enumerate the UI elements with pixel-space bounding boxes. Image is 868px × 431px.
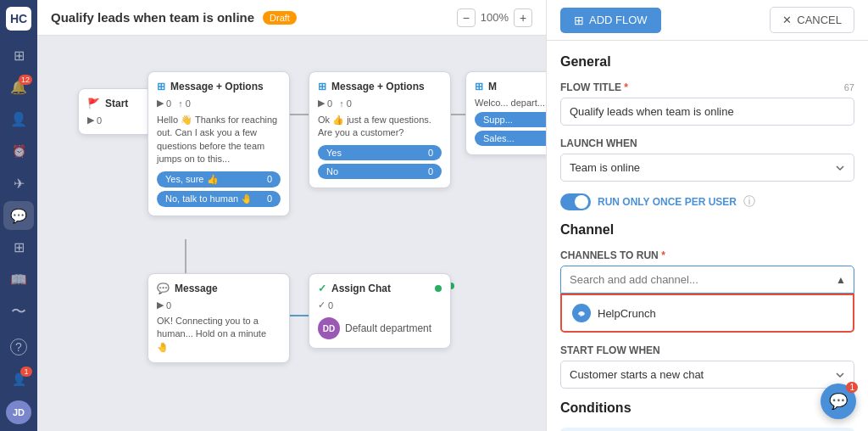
message-stat: ▶0 (157, 299, 281, 311)
toggle-knob (575, 195, 588, 209)
right-panel: ⊞ ADD FLOW ✕ CANCEL General FLOW TITLE *… (546, 0, 868, 431)
msg3-support-btn[interactable]: Supp...0 (475, 112, 546, 127)
sidebar-item-help[interactable]: ? (3, 333, 34, 361)
assign-label: Assign Chat (331, 283, 391, 294)
play-icon: ▶ (87, 115, 94, 126)
helpercrunch-icon (572, 304, 591, 322)
topbar: Qualify leads when team is online Draft … (37, 0, 546, 36)
general-section-title: General (560, 54, 854, 70)
add-flow-icon: ⊞ (574, 14, 584, 27)
sidebar-item-notifications[interactable]: 🔔 12 (3, 73, 34, 102)
home-icon: ⊞ (14, 48, 25, 64)
msg3-header: ⊞ M (475, 81, 546, 92)
flow-title-required: * (624, 81, 628, 93)
sidebar-item-clock[interactable]: ⏰ (3, 137, 34, 166)
cancel-x-icon: ✕ (782, 14, 792, 26)
run-once-toggle[interactable] (560, 193, 591, 210)
avatar[interactable]: JD (6, 400, 31, 424)
zoom-minus-button[interactable]: − (457, 8, 476, 27)
msg2-label: Message + Options (331, 81, 425, 92)
sidebar-item-chat[interactable]: 💬 (3, 201, 34, 230)
msg2-stats: ▶0 ↑0 (318, 98, 442, 109)
sidebar-item-home[interactable]: ⊞ (3, 41, 34, 70)
chat-widget[interactable]: 💬 1 (821, 383, 856, 419)
launch-when-group: LAUNCH WHEN Team is online (560, 137, 854, 182)
msg3-icon: ⊞ (475, 81, 483, 92)
notification-badge: 12 (19, 75, 32, 85)
msg1-stats: ▶0 ↑0 (157, 98, 281, 109)
assign-header: ✓ Assign Chat (318, 283, 442, 294)
add-flow-button[interactable]: ⊞ ADD FLOW (560, 8, 661, 33)
dept-avatar: DD (318, 317, 340, 339)
run-once-row: RUN ONLY ONCE PER USER ⓘ (560, 193, 854, 210)
msg1-label: Message + Options (170, 81, 264, 92)
channels-required: * (661, 249, 665, 261)
analytics-icon: 〜 (11, 301, 26, 322)
message-options-node-1[interactable]: ⊞ Message + Options ▶0 ↑0 Hello 👋 Thanks… (147, 71, 290, 216)
launch-when-select[interactable]: Team is online (560, 154, 854, 182)
channel-item-helpcrunch[interactable]: HelpCrunch (560, 294, 854, 333)
sidebar-item-contacts[interactable]: 👤 (3, 105, 34, 134)
channel-search-input[interactable] (560, 266, 854, 294)
flag-icon: 🚩 (87, 98, 100, 109)
sidebar-item-analytics[interactable]: 〜 (3, 298, 34, 327)
send-icon: ✈ (14, 176, 25, 192)
start-node-label: Start (105, 98, 128, 109)
conditions-section-title: Conditions (560, 400, 854, 416)
run-once-help-icon[interactable]: ⓘ (743, 194, 755, 210)
msg3-sales-btn[interactable]: Sales...0 (475, 131, 546, 146)
book-icon: 📖 (10, 271, 27, 288)
panel-content: General FLOW TITLE * 67 LAUNCH WHEN Team… (547, 41, 868, 431)
help-icon: ? (10, 339, 27, 355)
canvas-area: Qualify leads when team is online Draft … (37, 0, 546, 431)
assign-icon: ✓ (318, 283, 326, 294)
msg1-header: ⊞ Message + Options (157, 81, 281, 92)
start-flow-group: START FLOW WHEN Customer starts a new ch… (560, 344, 854, 389)
msg1-text: Hello 👋 Thanks for reaching out. Can I a… (157, 114, 281, 166)
chat-widget-icon: 💬 (829, 392, 848, 411)
flow-canvas[interactable]: 🚩 Start ▶ 0 ⊞ Message + Options ▶0 ↑0 He… (37, 36, 546, 431)
message-options-node-2[interactable]: ⊞ Message + Options ▶0 ↑0 Ok 👍 just a fe… (309, 71, 451, 188)
msg2-header: ⊞ Message + Options (318, 81, 442, 92)
zoom-plus-button[interactable]: + (514, 8, 532, 27)
msg1-btn-2[interactable]: No, talk to human 🤚 0 (157, 191, 281, 207)
start-flow-select[interactable]: Customer starts a new chat (560, 361, 854, 389)
sidebar-logo[interactable]: HC (6, 7, 31, 31)
contacts-icon: 👤 (10, 111, 27, 127)
panel-topbar: ⊞ ADD FLOW ✕ CANCEL (547, 0, 868, 41)
dept-label: Default department (345, 322, 431, 334)
sidebar-item-user-add[interactable]: 👤 1 (3, 365, 34, 394)
msg2-btn-1[interactable]: Yes 0 (318, 145, 442, 160)
msg2-text: Ok 👍 just a few questions. Are you a cus… (318, 114, 442, 140)
msg2-btn-2[interactable]: No 0 (318, 164, 442, 179)
chat-icon: 💬 (10, 208, 27, 224)
message-label: Message (175, 283, 218, 294)
msg1-icon: ⊞ (157, 81, 165, 92)
flow-title-char-count: 67 (844, 82, 854, 92)
launch-when-label: LAUNCH WHEN (560, 137, 854, 149)
msg3-text: Welco... depart... out to? (475, 98, 546, 108)
message-options-node-3[interactable]: ⊞ M Welco... depart... out to? Supp...0 … (465, 71, 546, 155)
msg2-icon: ⊞ (318, 81, 326, 92)
msg1-btn-1[interactable]: Yes, sure 👍 0 (157, 171, 281, 188)
flow-title-input[interactable] (560, 98, 854, 126)
sidebar-item-book[interactable]: 📖 (3, 266, 34, 294)
cancel-button[interactable]: ✕ CANCEL (770, 7, 854, 33)
channel-section-title: Channel (560, 222, 854, 238)
channel-item-name: HelpCrunch (598, 307, 656, 320)
assign-stat: ✓0 (318, 299, 442, 311)
message-icon: 💬 (157, 283, 170, 294)
zoom-controls: − 100% + (457, 8, 532, 27)
sidebar-item-send[interactable]: ✈ (3, 169, 34, 198)
message-node[interactable]: 💬 Message ▶0 OK! Connecting you to a hum… (147, 273, 290, 363)
run-once-label: RUN ONLY ONCE PER USER (598, 196, 737, 208)
zoom-level: 100% (481, 11, 509, 24)
channels-label: CHANNELS TO RUN * (560, 249, 665, 261)
assign-chat-node[interactable]: ✓ Assign Chat ✓0 DD Default department (309, 273, 451, 349)
sidebar-item-grid[interactable]: ⊞ (3, 233, 34, 262)
flow-title-label: FLOW TITLE * (560, 81, 628, 93)
flow-title-group: FLOW TITLE * 67 (560, 81, 854, 126)
conditions-info-box: ℹ Without conditions, the flow will run … (560, 428, 854, 431)
channel-search-wrapper: ▲ (560, 266, 854, 294)
chat-widget-badge: 1 (846, 382, 858, 393)
